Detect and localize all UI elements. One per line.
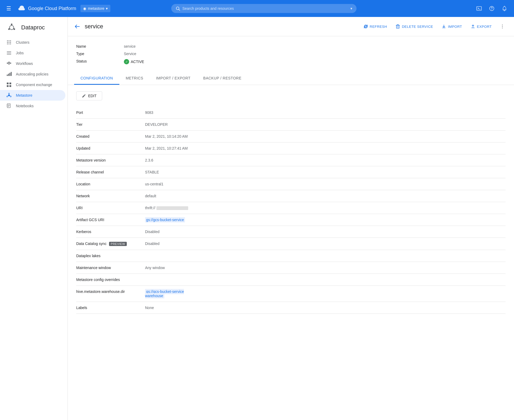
artifact-gcs-uri-link[interactable]: gs://gcs-bucket-service — [146, 218, 184, 222]
jobs-icon — [6, 50, 12, 56]
config-row-tier: Tier DEVELOPER — [76, 119, 506, 131]
sidebar-item-notebooks[interactable]: Notebooks — [0, 101, 65, 111]
config-row-uri: URI thrift:// — [76, 202, 506, 214]
config-row-labels: Labels None — [76, 302, 506, 314]
maintenance-window-value: Any window — [145, 262, 506, 274]
hive-warehouse-link-container: gs://gcs-bucket-servicewarehouse — [145, 289, 184, 298]
sidebar-app-title: Dataproc — [21, 24, 45, 31]
labels-label: Labels — [76, 302, 145, 314]
svg-point-61 — [502, 25, 503, 25]
config-row-artifact-gcs-uri: Artifact GCS URI gs://gcs-bucket-service — [76, 214, 506, 226]
svg-point-47 — [7, 96, 8, 97]
config-row-maintenance-window: Maintenance window Any window — [76, 262, 506, 274]
hamburger-menu[interactable]: ☰ — [4, 3, 13, 14]
import-button[interactable]: IMPORT — [438, 22, 465, 31]
refresh-icon — [363, 24, 368, 29]
uri-blur — [156, 206, 188, 210]
name-value: service — [124, 44, 136, 48]
tab-backup-restore[interactable]: BACKUP / RESTORE — [197, 72, 248, 85]
tab-metrics[interactable]: METRICS — [119, 72, 150, 85]
location-value: us-central1 — [145, 178, 506, 190]
config-row-release-channel: Release channel STABLE — [76, 166, 506, 178]
back-button[interactable] — [74, 23, 80, 30]
sidebar-header: Dataproc — [0, 19, 67, 37]
svg-point-19 — [8, 42, 9, 43]
artifact-gcs-uri-label: Artifact GCS URI — [76, 214, 145, 226]
config-row-hive-warehouse: hive.metastore.warehouse.dir gs://gcs-bu… — [76, 286, 506, 302]
sidebar-item-autoscaling[interactable]: Autoscaling policies — [0, 69, 65, 79]
svg-line-13 — [13, 28, 13, 28]
export-button[interactable]: EXPORT — [467, 22, 495, 31]
svg-rect-27 — [7, 63, 8, 64]
svg-point-7 — [504, 6, 505, 7]
sidebar-item-component-exchange[interactable]: Component exchange — [0, 79, 65, 90]
search-bar[interactable]: ▾ — [171, 4, 357, 13]
tab-configuration[interactable]: CONFIGURATION — [74, 72, 119, 85]
more-options-button[interactable] — [497, 21, 508, 32]
dataplex-lakes-label: Dataplex lakes — [76, 250, 145, 262]
sidebar-item-label: Jobs — [16, 51, 24, 55]
metastore-version-value: 2.3.6 — [145, 154, 506, 166]
svg-point-15 — [7, 41, 8, 41]
sidebar-item-metastore[interactable]: Metastore — [0, 90, 65, 101]
svg-line-50 — [8, 96, 8, 96]
svg-point-46 — [10, 96, 11, 97]
config-row-data-catalog-sync: Data Catalog sync PREVIEW Disabled — [76, 238, 506, 250]
notification-button[interactable] — [499, 3, 510, 14]
status-row: Status ACTIVE — [76, 57, 506, 66]
metastore-version-label: Metastore version — [76, 154, 145, 166]
tab-import-export[interactable]: IMPORT / EXPORT — [150, 72, 197, 85]
status-label: Status — [76, 59, 124, 63]
main-content: service REFRESH — [68, 17, 514, 420]
brand-title: Google Cloud Platform — [28, 6, 76, 11]
sidebar: Dataproc Clusters — [0, 17, 68, 420]
svg-rect-38 — [10, 73, 10, 76]
terminal-button[interactable] — [474, 3, 484, 14]
config-row-updated: Updated Mar 2, 2021, 10:27:41 AM — [76, 142, 506, 154]
import-icon — [441, 24, 446, 29]
network-label: Network — [76, 190, 145, 202]
page-title: service — [85, 23, 103, 30]
config-row-port: Port 9083 — [76, 107, 506, 119]
config-row-created: Created Mar 2, 2021, 10:14:20 AM — [76, 131, 506, 142]
type-value: Service — [124, 52, 136, 56]
svg-line-1 — [179, 9, 180, 10]
edit-button[interactable]: EDIT — [76, 91, 102, 100]
sidebar-item-workflows[interactable]: Workflows — [0, 58, 65, 69]
uri-value: thrift:// — [145, 202, 506, 214]
svg-line-14 — [10, 28, 10, 28]
tier-label: Tier — [76, 119, 145, 131]
svg-line-49 — [10, 96, 10, 96]
refresh-button[interactable]: REFRESH — [360, 22, 390, 31]
delete-service-button[interactable]: DELETE SERVICE — [392, 22, 436, 31]
svg-point-23 — [10, 43, 11, 44]
svg-rect-28 — [8, 62, 10, 62]
svg-rect-29 — [8, 64, 10, 64]
svg-point-5 — [492, 9, 492, 10]
network-value: default — [145, 190, 506, 202]
tabs-bar: CONFIGURATION METRICS IMPORT / EXPORT BA… — [68, 72, 514, 85]
help-button[interactable] — [486, 3, 497, 14]
dataproc-logo — [6, 22, 17, 33]
config-row-metastore-config-overrides: Metastore config overrides — [76, 274, 506, 286]
svg-point-9 — [11, 24, 12, 25]
sidebar-item-jobs[interactable]: Jobs — [0, 48, 65, 58]
release-channel-label: Release channel — [76, 166, 145, 178]
app-body: Dataproc Clusters — [0, 17, 514, 420]
tier-value: DEVELOPER — [145, 119, 506, 131]
search-input[interactable] — [182, 6, 348, 11]
type-row: Type Service — [76, 50, 506, 57]
component-exchange-icon — [6, 82, 12, 87]
svg-rect-30 — [10, 63, 11, 64]
export-label: EXPORT — [477, 25, 492, 29]
search-expand-icon: ▾ — [350, 6, 352, 11]
project-icon: ◉ — [83, 6, 86, 11]
sidebar-item-clusters[interactable]: Clusters — [0, 37, 65, 48]
kerberos-value: Disabled — [145, 226, 506, 238]
hive-warehouse-label: hive.metastore.warehouse.dir — [76, 286, 145, 302]
status-active-dot — [124, 59, 129, 64]
header-actions: REFRESH DELETE SERVICE — [360, 21, 508, 32]
hive-warehouse-link[interactable]: gs://gcs-bucket-servicewarehouse — [145, 289, 184, 298]
export-icon — [471, 24, 475, 29]
project-selector[interactable]: ◉ metastore ▾ — [80, 5, 110, 12]
